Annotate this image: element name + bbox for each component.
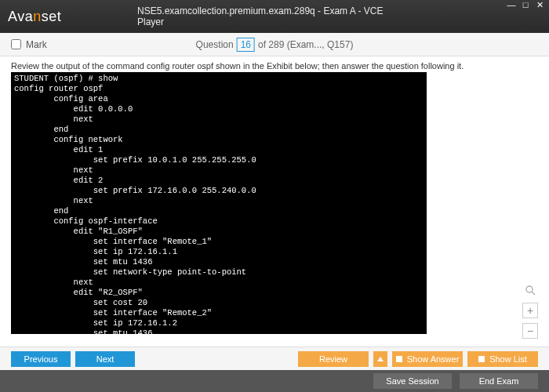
- close-icon[interactable]: ✕: [533, 0, 546, 10]
- stop-icon: [478, 356, 485, 362]
- show-list-button[interactable]: Show List: [467, 351, 538, 367]
- mark-label: Mark: [26, 39, 47, 50]
- next-button[interactable]: Next: [75, 351, 135, 367]
- session-footer: Save Session End Exam: [0, 370, 549, 392]
- mark-checkbox[interactable]: [11, 39, 21, 49]
- stop-icon: [396, 356, 402, 362]
- logo: Avanset: [8, 9, 61, 25]
- review-dropdown-button[interactable]: [373, 351, 387, 367]
- nav-footer: Previous Next Review Show Answer Show Li…: [0, 347, 549, 370]
- question-prompt: Review the output of the command config …: [11, 61, 538, 71]
- zoom-in-button[interactable]: +: [522, 303, 538, 318]
- end-exam-button[interactable]: End Exam: [460, 373, 538, 389]
- maximize-icon[interactable]: □: [519, 0, 532, 10]
- window-title: NSE5.examcollection.premium.exam.289q - …: [137, 5, 412, 27]
- triangle-up-icon: [377, 357, 384, 361]
- review-button[interactable]: Review: [298, 351, 369, 367]
- content-area: Review the output of the command config …: [0, 56, 549, 347]
- svg-point-0: [526, 286, 533, 292]
- window-controls: — □ ✕: [505, 0, 546, 10]
- zoom-out-button[interactable]: −: [522, 323, 538, 339]
- question-counter: Question 16 of 289 (Exam..., Q157): [196, 38, 354, 52]
- question-number-input[interactable]: 16: [237, 38, 255, 52]
- title-bar: Avanset NSE5.examcollection.premium.exam…: [0, 0, 549, 33]
- minimize-icon[interactable]: —: [505, 0, 518, 10]
- previous-button[interactable]: Previous: [11, 351, 71, 367]
- svg-line-1: [532, 292, 535, 295]
- show-answer-button[interactable]: Show Answer: [392, 351, 463, 367]
- question-header: Mark Question 16 of 289 (Exam..., Q157): [0, 33, 549, 56]
- exhibit-terminal: STUDENT (ospf) # show config router ospf…: [11, 72, 427, 334]
- zoom-controls: + −: [522, 282, 538, 339]
- magnifier-icon[interactable]: [522, 282, 538, 298]
- save-session-button[interactable]: Save Session: [373, 373, 452, 389]
